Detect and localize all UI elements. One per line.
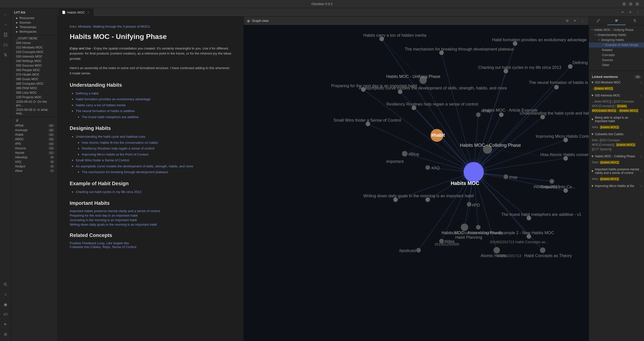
tab-close-btn[interactable]: ✕	[87, 11, 90, 14]
maximize-btn[interactable]	[629, 2, 632, 6]
tag-moc[interactable]: #MOC25	[12, 137, 56, 141]
positive-feedback-link[interactable]: Positive Feedback Loop	[70, 241, 105, 245]
node-podcast-tag[interactable]	[416, 248, 421, 253]
habits-moc-link-1[interactable]: [[Habits MOC]]	[594, 87, 613, 90]
node-writings-tag[interactable]	[550, 179, 554, 183]
graph-close-btn[interactable]: ✕	[572, 18, 578, 24]
mindsets-link[interactable]: Mindsets	[78, 25, 91, 28]
file-060-people[interactable]: 060 People MOC	[12, 68, 56, 72]
file-095-lists[interactable]: 095 Lists MOC	[12, 90, 56, 95]
tags-nav-btn[interactable]: 🏷	[1, 310, 10, 319]
close-tab-btn[interactable]: ✕	[627, 9, 633, 16]
file-080-goals[interactable]: 080 Goals MOC	[12, 77, 56, 81]
file-010-mindsets[interactable]: 010 Mindsets MOC	[12, 45, 56, 50]
node-article-example[interactable]	[499, 112, 504, 117]
habits-moc-link-3[interactable]: [[Habits MOC]]	[619, 109, 638, 112]
open-folder-btn[interactable]	[1, 40, 10, 49]
node-neural[interactable]	[554, 85, 559, 89]
tag-concept[interactable]: #concept32	[12, 128, 56, 132]
mention-micro-habits[interactable]: ▼ Improving Micro Habits at the 1	[589, 183, 644, 189]
small-wins-link[interactable]: Small Wins foster a Sense of Control	[76, 158, 129, 162]
resiliency-link[interactable]: Resiliency Routines help regain a sense …	[82, 147, 154, 150]
window-controls[interactable]	[622, 2, 639, 6]
outline-item-understanding[interactable]: ▼ Understanding Habits	[589, 32, 644, 37]
file-090-pkm[interactable]: 090 PKM MOC	[12, 86, 56, 90]
graph-nav-btn[interactable]: ◉	[1, 300, 10, 309]
timestamps-folder[interactable]: ▶ Timestamps	[12, 25, 56, 29]
defining-habit-link[interactable]: Defining a habit	[76, 91, 98, 95]
node-map-tag[interactable]	[476, 112, 480, 117]
file-030-interests[interactable]: 030 Interests MOC	[12, 54, 56, 59]
sort-btn[interactable]: ⇅	[1, 50, 10, 59]
file-085-compass[interactable]: 085 Compass MOC	[12, 81, 56, 86]
node-assembling[interactable]	[461, 224, 468, 231]
tag-fave[interactable]: #fave7	[12, 169, 56, 173]
more-options-btn[interactable]: ⋮	[634, 9, 641, 16]
important-clarity-link[interactable]: Important habits preserve mental clarity…	[70, 209, 231, 213]
node-habit-planning[interactable]	[476, 225, 480, 229]
starred-btn[interactable]: ☆	[1, 290, 10, 299]
cobwebs-link[interactable]: Cobwebs into Cables	[70, 245, 101, 249]
tag-output[interactable]: #output8	[12, 164, 56, 169]
back-btn[interactable]: ←	[1, 10, 10, 19]
habit-cycle-link[interactable]: Understanding the habit cycle and habitu…	[76, 135, 145, 138]
resources-folder[interactable]: ▶ Resources	[12, 16, 56, 20]
atomic-habits-link[interactable]: How Atomic Habits fit into the conversat…	[82, 141, 158, 144]
node-blog-tag[interactable]	[402, 151, 408, 157]
tag-quote[interactable]: #quote11	[12, 151, 56, 155]
hidden-inertia-link[interactable]: Habits carry a ton of hidden inertia	[76, 103, 126, 107]
node-pd-tag[interactable]	[467, 202, 471, 207]
preparing-link[interactable]: Preparing for the next day is an importa…	[70, 214, 231, 217]
phases-link[interactable]: Walking through the 3 phases of MOCs	[93, 25, 150, 28]
tag-pkm[interactable]: #PKM47	[12, 123, 56, 128]
habits-moc-link-4[interactable]: [[Habits MOC]]	[600, 125, 619, 129]
graph-settings-btn[interactable]: ⚙	[564, 18, 571, 24]
node-aq-tag[interactable]	[425, 165, 430, 170]
file-050-sources[interactable]: 050 Sources MOC	[12, 63, 56, 68]
outline-tab[interactable]	[607, 17, 626, 25]
node-rep-tag[interactable]	[504, 174, 508, 179]
habits-moc-link-6[interactable]: [[Habits MOC]]	[600, 161, 619, 164]
outline-item-example[interactable]: ▼ Example of Habit Design	[589, 42, 644, 47]
neural-formation-link[interactable]: The neural formation of habits is additi…	[76, 109, 135, 113]
node-defining-habit[interactable]	[568, 64, 573, 69]
mention-cobwebs[interactable]: ▼ Cobwebs into Cables 1	[589, 131, 644, 137]
sources-folder[interactable]: ▶ Sources	[12, 20, 56, 25]
file-020-concepts[interactable]: 020 Concepts MOC	[12, 50, 56, 54]
reps-link[interactable]: Reps	[102, 245, 110, 249]
file-100-projects[interactable]: 100 Projects MOC	[12, 95, 56, 100]
outline-item-designing[interactable]: ▼ Designing Habits	[589, 37, 644, 42]
file-000-home[interactable]: 000 Home	[12, 41, 56, 45]
edit-btn[interactable]: ✏	[619, 9, 626, 16]
charting-cycles-link[interactable]: Charting out habit cycles in my life cir…	[76, 190, 141, 194]
development-plateaus-link[interactable]: The mechanism for breaking through devel…	[82, 170, 168, 174]
mention-important-habits[interactable]: ▼ Important habits preserve mental clari…	[589, 167, 644, 176]
file-040-writings[interactable]: 040 Writings MOC	[12, 59, 56, 63]
close-btn[interactable]	[635, 2, 639, 6]
habits-moc-link-5[interactable]: [[Habits MOC]]	[616, 143, 635, 147]
tag-pd[interactable]: #PD14	[12, 141, 56, 146]
links-tab[interactable]	[589, 17, 607, 25]
tag-source[interactable]: #source13	[12, 146, 56, 151]
outline-item-other[interactable]: Other	[589, 63, 644, 68]
workspaces-folder[interactable]: ▶ Workspaces	[12, 29, 56, 34]
file-070-health[interactable]: 070 Health MOC	[12, 72, 56, 77]
plugin-btn[interactable]	[1, 320, 10, 329]
tag-habit[interactable]: #habit31	[12, 132, 56, 137]
habits-moc-tab[interactable]: 📄 Habits MOC ✕	[59, 9, 93, 16]
sense-control-link[interactable]: Sense of Control	[112, 245, 136, 249]
outline-item-sources[interactable]: Sources	[589, 58, 644, 63]
sort-panel-tab[interactable]: ⇅	[626, 17, 644, 25]
outline-item-unifying[interactable]: ▼ Habits MOC - Unifying Phase	[589, 27, 644, 32]
tag-develop[interactable]: #develop9	[12, 155, 56, 160]
graph-more-btn[interactable]: ⋮	[579, 18, 586, 24]
mention-adapt[interactable]: ▼ Being able to adapt is an important ha…	[589, 115, 644, 124]
outline-item-related[interactable]: Related	[589, 47, 644, 53]
micro-habits-link[interactable]: Improving Micro Habits at the Point of C…	[82, 153, 148, 156]
truest-metaphors-link[interactable]: The truest habit metaphors are additive	[82, 115, 139, 119]
settings-btn[interactable]	[1, 330, 10, 339]
new-file-btn[interactable]	[1, 30, 10, 39]
habits-moc-link-7[interactable]: [[Habits MOC]]	[600, 177, 619, 181]
minimize-btn[interactable]	[622, 2, 626, 6]
asymptotic-link[interactable]: An asymptotic curve models the developme…	[76, 164, 193, 168]
